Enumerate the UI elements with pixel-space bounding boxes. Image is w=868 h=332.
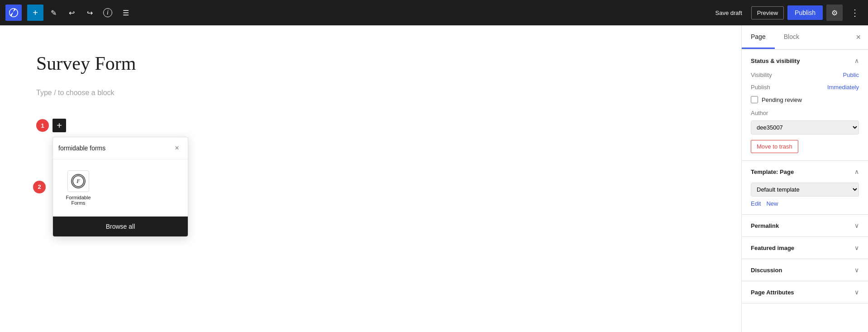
inserter-search-row: × [53, 137, 188, 159]
template-header[interactable]: Template: Page ∧ [742, 161, 868, 183]
page-attributes-section: Page Attributes ∨ [742, 281, 868, 303]
page-title[interactable]: Survey Form [36, 53, 705, 74]
status-visibility-header[interactable]: Status & visibility ∧ [742, 50, 868, 72]
main-layout: Survey Form Type / to choose a block 1 +… [0, 25, 868, 332]
template-title: Template: Page [751, 168, 794, 175]
browse-all-button[interactable]: Browse all [53, 217, 188, 236]
visibility-row: Visibility Public [751, 72, 859, 78]
step-2-badge: 2 [33, 181, 46, 193]
block-inserter-popup: × 2 F [52, 137, 188, 237]
formidable-forms-icon: F [67, 170, 89, 192]
undo-button[interactable]: ↩ [63, 5, 80, 21]
info-icon: i [103, 8, 112, 17]
status-visibility-title: Status & visibility [751, 58, 800, 64]
discussion-title: Discussion [751, 267, 782, 274]
inserter-search-input[interactable] [58, 144, 168, 152]
visibility-value[interactable]: Public [843, 72, 859, 78]
discussion-section: Discussion ∨ [742, 259, 868, 281]
gear-icon: ⚙ [831, 9, 838, 17]
formidable-forms-block-item[interactable]: F Formidable Forms [60, 167, 96, 209]
list-icon: ☰ [123, 9, 129, 17]
undo-icon: ↩ [69, 9, 75, 17]
tab-page[interactable]: Page [742, 26, 775, 49]
publish-row: Publish Immediately [751, 84, 859, 91]
featured-image-header[interactable]: Featured image ∨ [742, 237, 868, 259]
template-chevron: ∧ [854, 168, 859, 175]
discussion-chevron: ∨ [854, 266, 859, 274]
pending-review-label: Pending review [762, 96, 802, 103]
toolbar-left: + ✎ ↩ ↪ i ☰ [5, 5, 134, 21]
formidable-forms-label: Formidable Forms [64, 195, 93, 206]
save-draft-button[interactable]: Save draft [710, 7, 748, 19]
template-section: Template: Page ∧ Default template Edit N… [742, 161, 868, 215]
sidebar-close-button[interactable]: × [849, 25, 868, 49]
pending-review-row: Pending review [751, 96, 859, 103]
pencil-icon: ✎ [51, 9, 57, 17]
permalink-chevron: ∨ [854, 222, 859, 229]
publish-value[interactable]: Immediately [827, 84, 859, 91]
template-select[interactable]: Default template [751, 183, 859, 197]
wordpress-logo[interactable] [5, 5, 22, 21]
block-placeholder[interactable]: Type / to choose a block [36, 85, 705, 101]
template-edit-link[interactable]: Edit [751, 200, 761, 207]
add-block-button[interactable]: + [27, 5, 43, 21]
toolbar: + ✎ ↩ ↪ i ☰ Save draft Preview Publish ⚙… [0, 0, 868, 25]
template-new-link[interactable]: New [766, 200, 778, 207]
author-label: Author [751, 110, 768, 116]
inserter-results: 2 F Formidable Forms [53, 159, 188, 217]
featured-image-section: Featured image ∨ [742, 237, 868, 259]
featured-image-chevron: ∨ [854, 244, 859, 251]
tab-block[interactable]: Block [775, 26, 808, 49]
preview-button[interactable]: Preview [751, 6, 784, 19]
redo-button[interactable]: ↪ [81, 5, 98, 21]
template-content: Default template Edit New [742, 183, 868, 214]
status-visibility-content: Visibility Public Publish Immediately Pe… [742, 72, 868, 160]
status-visibility-chevron: ∧ [854, 57, 859, 64]
featured-image-title: Featured image [751, 245, 794, 251]
author-select[interactable]: dee35007 [751, 120, 859, 135]
page-attributes-title: Page Attributes [751, 289, 794, 296]
toolbar-right: Save draft Preview Publish ⚙ ⋮ [710, 5, 863, 21]
pending-review-checkbox[interactable] [751, 96, 758, 103]
inserter-clear-button[interactable]: × [172, 143, 182, 154]
permalink-section: Permalink ∨ [742, 215, 868, 237]
svg-text:F: F [76, 178, 80, 184]
visibility-label: Visibility [751, 72, 772, 78]
sidebar: Page Block × Status & visibility ∧ Visib… [741, 25, 868, 332]
floating-add-area: 1 + × 2 [36, 119, 705, 132]
redo-icon: ↪ [87, 9, 93, 17]
status-visibility-section: Status & visibility ∧ Visibility Public … [742, 50, 868, 161]
page-attributes-chevron: ∨ [854, 289, 859, 296]
permalink-header[interactable]: Permalink ∨ [742, 215, 868, 236]
step-1-badge: 1 [36, 119, 49, 132]
template-links: Edit New [751, 200, 859, 207]
permalink-title: Permalink [751, 222, 779, 229]
publish-button[interactable]: Publish [787, 5, 823, 20]
more-options-button[interactable]: ⋮ [846, 5, 863, 21]
publish-label: Publish [751, 84, 770, 91]
info-button[interactable]: i [100, 5, 116, 21]
discussion-header[interactable]: Discussion ∨ [742, 259, 868, 281]
pencil-icon-button[interactable]: ✎ [45, 5, 62, 21]
move-to-trash-button[interactable]: Move to trash [751, 140, 798, 153]
page-attributes-header[interactable]: Page Attributes ∨ [742, 281, 868, 303]
inline-add-button[interactable]: + [52, 119, 66, 132]
list-view-button[interactable]: ☰ [118, 5, 134, 21]
more-icon: ⋮ [850, 7, 859, 18]
settings-button[interactable]: ⚙ [826, 5, 843, 21]
sidebar-header: Page Block × [742, 25, 868, 50]
editor-area: Survey Form Type / to choose a block 1 +… [0, 25, 741, 332]
